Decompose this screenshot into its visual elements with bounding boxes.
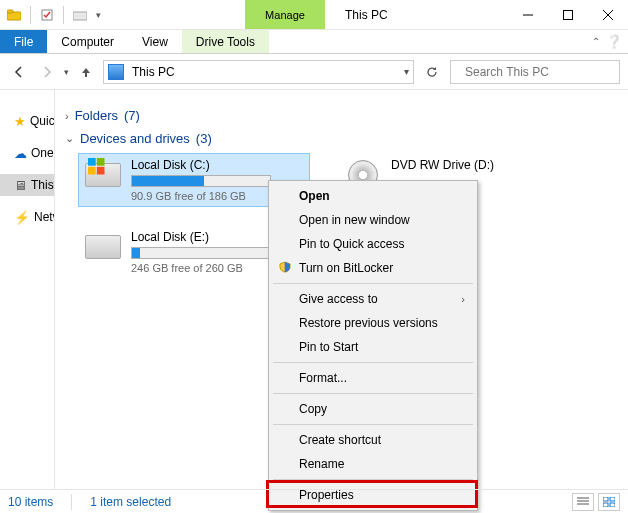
ctx-open[interactable]: Open (271, 184, 475, 208)
ctx-copy[interactable]: Copy (271, 397, 475, 421)
ctx-rename[interactable]: Rename (271, 452, 475, 476)
ribbon-contextual-tab[interactable]: Manage (245, 0, 325, 29)
tab-drive-tools[interactable]: Drive Tools (182, 30, 269, 53)
svg-rect-3 (73, 12, 87, 20)
app-icon (4, 5, 24, 25)
search-box[interactable] (450, 60, 620, 84)
thispc-icon (108, 64, 124, 80)
svg-rect-15 (603, 503, 608, 507)
history-dropdown-icon[interactable]: ▾ (64, 67, 69, 77)
maximize-button[interactable] (548, 0, 588, 30)
nav-bar: ▾ ▾ (0, 54, 628, 90)
drive-name: DVD RW Drive (D:) (391, 158, 565, 172)
ctx-separator (273, 362, 473, 363)
view-details-button[interactable] (572, 493, 594, 511)
svg-rect-13 (603, 497, 608, 501)
title-bar: ▾ Manage This PC (0, 0, 628, 30)
close-button[interactable] (588, 0, 628, 30)
address-bar[interactable]: ▾ (103, 60, 414, 84)
ctx-pin-start[interactable]: Pin to Start (271, 335, 475, 359)
new-folder-qat-icon[interactable] (70, 5, 90, 25)
status-selected-count: 1 item selected (90, 495, 171, 509)
sidebar-item-label: Network (34, 210, 55, 224)
sidebar-item-label: OneDrive (31, 146, 55, 160)
hdd-icon (83, 158, 123, 192)
svg-rect-1 (7, 10, 13, 13)
group-label: Folders (75, 108, 118, 123)
ctx-format[interactable]: Format... (271, 366, 475, 390)
forward-button[interactable] (36, 61, 58, 83)
ctx-pin-quick-access[interactable]: Pin to Quick access (271, 232, 475, 256)
sidebar-item-label: Quick access (30, 114, 55, 128)
status-bar: 10 items 1 item selected (0, 489, 628, 513)
properties-qat-icon[interactable] (37, 5, 57, 25)
chevron-right-icon: › (461, 293, 465, 305)
tab-computer[interactable]: Computer (47, 30, 128, 53)
ribbon-tabs: File Computer View Drive Tools ⌃ ❔ (0, 30, 628, 54)
group-drives[interactable]: ⌄ Devices and drives (3) (65, 131, 618, 146)
cloud-icon: ☁ (14, 146, 27, 161)
ctx-give-access[interactable]: Give access to› (271, 287, 475, 311)
status-item-count: 10 items (8, 495, 53, 509)
address-dropdown-icon[interactable]: ▾ (404, 66, 409, 77)
quick-access-toolbar: ▾ (0, 0, 105, 29)
ctx-separator (273, 393, 473, 394)
address-input[interactable] (130, 64, 398, 80)
ctx-restore-versions[interactable]: Restore previous versions (271, 311, 475, 335)
svg-rect-5 (564, 11, 573, 20)
shield-icon (277, 261, 293, 276)
ctx-open-new-window[interactable]: Open in new window (271, 208, 475, 232)
chevron-down-icon: ⌄ (65, 132, 74, 145)
ctx-bitlocker[interactable]: Turn on BitLocker (271, 256, 475, 280)
window-controls (508, 0, 628, 29)
ctx-separator (273, 424, 473, 425)
back-button[interactable] (8, 61, 30, 83)
context-menu: Open Open in new window Pin to Quick acc… (268, 180, 478, 511)
capacity-bar (131, 247, 271, 259)
sidebar-item-quick-access[interactable]: ★ Quick access (0, 110, 54, 132)
chevron-right-icon: › (65, 110, 69, 122)
view-thumbnails-button[interactable] (598, 493, 620, 511)
minimize-button[interactable] (508, 0, 548, 30)
sidebar-item-label: This PC (31, 178, 55, 192)
hdd-icon (83, 230, 123, 264)
group-count: (7) (124, 108, 140, 123)
search-input[interactable] (463, 64, 617, 80)
help-icon[interactable]: ❔ (606, 34, 622, 49)
qat-dropdown-icon[interactable]: ▾ (96, 10, 101, 20)
group-folders[interactable]: › Folders (7) (65, 108, 618, 123)
window-title: This PC (325, 0, 508, 29)
ctx-create-shortcut[interactable]: Create shortcut (271, 428, 475, 452)
network-icon: ⚡ (14, 210, 30, 225)
nav-pane: ★ Quick access ☁ OneDrive 🖥 This PC ⚡ Ne… (0, 90, 55, 490)
group-count: (3) (196, 131, 212, 146)
svg-rect-16 (610, 503, 615, 507)
monitor-icon: 🖥 (14, 178, 27, 193)
refresh-button[interactable] (420, 60, 444, 84)
up-button[interactable] (75, 61, 97, 83)
collapse-ribbon-icon[interactable]: ⌃ (592, 36, 600, 47)
drive-name: Local Disk (C:) (131, 158, 305, 172)
tab-file[interactable]: File (0, 30, 47, 53)
tab-view[interactable]: View (128, 30, 182, 53)
sidebar-item-network[interactable]: ⚡ Network (0, 206, 54, 228)
capacity-bar (131, 175, 271, 187)
ribbon-contextual-label: Manage (265, 9, 305, 21)
svg-rect-14 (610, 497, 615, 501)
star-icon: ★ (14, 114, 26, 129)
group-label: Devices and drives (80, 131, 190, 146)
ctx-separator (273, 283, 473, 284)
sidebar-item-thispc[interactable]: 🖥 This PC (0, 174, 54, 196)
ctx-separator (273, 479, 473, 480)
sidebar-item-onedrive[interactable]: ☁ OneDrive (0, 142, 54, 164)
